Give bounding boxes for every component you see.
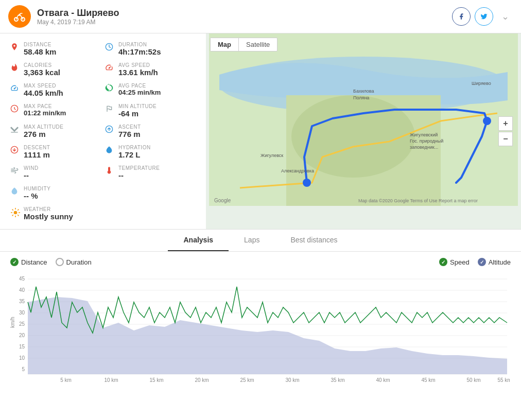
stat-calories: CALORIES 3,363 kcal: [8, 59, 103, 80]
descent-label: DESCENT: [24, 145, 50, 150]
map-tabs: Map Satellite: [210, 38, 277, 51]
svg-point-12: [483, 117, 491, 125]
calories-value: 3,363 kcal: [24, 68, 60, 77]
speed-check-icon: ✓: [439, 258, 447, 266]
chart-svg: 45 40 35 30 25 20 15 10 5 km/h: [10, 271, 510, 384]
wind-label: WIND: [24, 165, 39, 171]
weather-icon: [10, 207, 21, 219]
humidity-value: -- %: [24, 191, 50, 200]
header: Отвага - Ширяево May 4, 2019 7:19 AM ⌄: [0, 0, 521, 33]
duration-label: DURATION: [118, 42, 161, 47]
svg-text:5 km: 5 km: [60, 377, 72, 383]
tab-laps[interactable]: Laps: [229, 230, 275, 251]
twitter-button[interactable]: [475, 7, 493, 26]
activity-title: Отвага - Ширяево: [37, 8, 452, 19]
svg-text:Жигулевский: Жигулевский: [410, 132, 438, 137]
duration-toggle[interactable]: Duration: [56, 258, 92, 266]
chart-controls: ✓ Distance Duration ✓ Speed: [10, 258, 511, 266]
stat-descent: DESCENT 1111 m: [8, 142, 103, 162]
speed-toggle[interactable]: ✓ Speed: [439, 258, 470, 266]
map-container: Map Satellite Алек: [206, 33, 521, 229]
zoom-in-button[interactable]: +: [498, 116, 513, 131]
svg-text:40 km: 40 km: [376, 377, 390, 383]
tab-best-distances[interactable]: Best distances: [275, 230, 353, 251]
distance-toggle-label: Distance: [21, 258, 47, 266]
temperature-value: --: [118, 171, 160, 180]
calories-label: CALORIES: [24, 62, 60, 68]
stat-hydration: HYDRATION 1.72 L: [103, 142, 198, 162]
stat-wind: WIND --: [8, 162, 103, 183]
stat-distance: DISTANCE 58.48 km: [8, 39, 103, 59]
svg-text:40: 40: [19, 287, 25, 293]
svg-text:20: 20: [19, 332, 25, 338]
svg-text:50 km: 50 km: [466, 377, 480, 383]
altitude-toggle[interactable]: ✓ Altitude: [478, 258, 511, 266]
expand-button[interactable]: ⌄: [497, 9, 513, 24]
stat-temperature: TEMPERATURE --: [103, 162, 198, 183]
max-altitude-icon: [10, 125, 21, 135]
ascent-value: 776 m: [118, 130, 141, 138]
max-pace-value: 01:22 min/km: [24, 109, 66, 117]
chart-section: ✓ Distance Duration ✓ Speed: [0, 252, 521, 395]
max-altitude-value: 276 m: [24, 130, 64, 138]
avg-speed-value: 13.61 km/h: [118, 68, 158, 77]
svg-text:10: 10: [19, 355, 25, 361]
svg-text:km/h: km/h: [10, 317, 15, 328]
svg-text:25 km: 25 km: [240, 377, 254, 383]
temperature-icon: [105, 166, 115, 176]
map-zoom-controls: + −: [498, 116, 513, 146]
distance-icon: [10, 43, 21, 52]
header-actions: ⌄: [452, 7, 513, 26]
map-tab-map[interactable]: Map: [211, 38, 239, 51]
altitude-check-icon: ✓: [478, 258, 486, 266]
max-speed-value: 44.05 km/h: [24, 89, 63, 97]
ascent-label: ASCENT: [118, 124, 141, 130]
map-tab-satellite[interactable]: Satellite: [239, 38, 277, 51]
stat-avg-pace: AVG PACE 04:25 min/km: [103, 80, 198, 100]
svg-text:15: 15: [19, 344, 25, 349]
avg-speed-icon: [105, 63, 115, 73]
max-pace-label: MAX PACE: [24, 103, 66, 109]
max-speed-icon: [10, 84, 21, 94]
svg-text:20 km: 20 km: [195, 377, 209, 383]
stat-max-altitude: MAX ALTITUDE 276 m: [8, 121, 103, 142]
svg-text:10 km: 10 km: [104, 377, 118, 383]
descent-icon: [10, 146, 21, 155]
stat-ascent: ASCENT 776 m: [103, 121, 198, 142]
avg-pace-label: AVG PACE: [118, 83, 161, 89]
activity-icon: [8, 5, 31, 28]
svg-text:Google: Google: [214, 198, 231, 203]
humidity-icon: [10, 187, 21, 197]
svg-text:Map data ©2020 Google  Terms o: Map data ©2020 Google Terms of Use Repor…: [358, 198, 478, 203]
min-altitude-value: -64 m: [118, 109, 157, 118]
svg-text:Бахилова: Бахилова: [353, 89, 374, 94]
header-title-group: Отвага - Ширяево May 4, 2019 7:19 AM: [37, 8, 452, 26]
avg-pace-value: 04:25 min/km: [118, 89, 161, 96]
svg-text:заповедник...: заповедник...: [410, 145, 438, 150]
altitude-toggle-label: Altitude: [489, 258, 511, 266]
tab-analysis[interactable]: Analysis: [168, 230, 229, 251]
duration-icon: [105, 43, 115, 52]
min-altitude-icon: [105, 104, 115, 114]
twitter-icon: [480, 13, 488, 20]
stats-map-section: DISTANCE 58.48 km DURATION 4h:17m:52s: [0, 33, 521, 230]
activity-date: May 4, 2019 7:19 AM: [37, 19, 452, 26]
avg-pace-icon: [105, 84, 115, 94]
zoom-out-button[interactable]: −: [498, 132, 513, 146]
svg-point-11: [303, 179, 311, 187]
svg-text:55 km: 55 km: [497, 377, 510, 383]
stat-humidity: HUMIDITY -- %: [8, 183, 103, 203]
hydration-label: HYDRATION: [118, 145, 151, 150]
chart-controls-left: ✓ Distance Duration: [10, 258, 92, 266]
max-speed-label: MAX SPEED: [24, 83, 63, 89]
chart-controls-right: ✓ Speed ✓ Altitude: [439, 258, 511, 266]
svg-text:Жигулевск: Жигулевск: [260, 153, 283, 158]
stat-duration: DURATION 4h:17m:52s: [103, 39, 198, 59]
svg-text:35: 35: [19, 299, 25, 304]
max-pace-icon: [10, 104, 21, 114]
stat-max-pace: MAX PACE 01:22 min/km: [8, 100, 103, 121]
hydration-icon: [105, 146, 115, 155]
speed-toggle-label: Speed: [450, 258, 470, 266]
distance-toggle[interactable]: ✓ Distance: [10, 258, 47, 266]
facebook-button[interactable]: [452, 7, 471, 26]
